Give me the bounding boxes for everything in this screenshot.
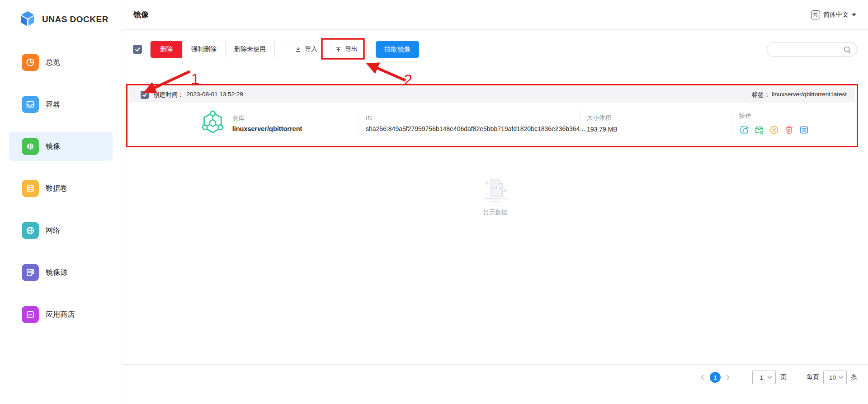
sidebar-item-volumes[interactable]: 数据卷 [9, 174, 113, 203]
image-row-body: 仓库 linuxserver/qbittorrent ID sha256:849… [129, 103, 855, 144]
trash-icon[interactable] [784, 125, 794, 135]
toolbar: 删除 强制删除 删除未使用 导入 导出 拉取镜像 [123, 40, 868, 58]
size-label: 大小体积 [587, 114, 732, 122]
actions-label: 操作 [739, 112, 855, 120]
per-page-unit-label: 条 [851, 373, 857, 381]
no-data-text: 暂无数据 [483, 208, 508, 216]
app-logo: UNAS DOCKER [0, 0, 122, 29]
pull-image-button[interactable]: 拉取镜像 [376, 41, 419, 58]
size-column: 大小体积 193.79 MB [580, 110, 732, 137]
size-value: 193.79 MB [587, 126, 732, 133]
image-row-card: 创建时间：2023-08-01 13:52:29 标签：linuxserver/… [129, 87, 855, 144]
chevron-down-icon [852, 14, 856, 16]
sidebar-item-label: 网络 [46, 226, 60, 235]
chevron-left-icon [700, 374, 705, 381]
container-icon [22, 96, 39, 113]
sidebar-item-overview[interactable]: 总览 [9, 48, 113, 77]
empty-state: 暂无数据 [123, 176, 868, 216]
row-checkbox[interactable] [141, 91, 149, 99]
unas-docker-logo-icon [19, 10, 36, 29]
sidebar-item-label: 镜像源 [46, 268, 67, 277]
appstore-icon [22, 306, 39, 323]
id-column: ID sha256:849a5f27959756b148e406daf82e5b… [358, 110, 580, 137]
actions-column: 操作 [732, 110, 855, 137]
sidebar-item-label: 数据卷 [46, 184, 67, 193]
page-unit-label: 页 [780, 373, 787, 381]
sidebar-item-label: 镜像 [46, 142, 60, 151]
brand-name: UNAS DOCKER [42, 14, 108, 24]
package-add-icon[interactable] [754, 125, 764, 135]
repo-column: 仓库 linuxserver/qbittorrent [129, 110, 358, 137]
id-label: ID [366, 115, 580, 122]
chevron-down-icon [838, 376, 843, 379]
search-box [767, 42, 857, 57]
next-page-button[interactable] [725, 374, 731, 381]
sidebar-item-network[interactable]: 网络 [9, 216, 113, 245]
search-icon [843, 46, 852, 54]
delete-button-group: 删除 强制删除 删除未使用 [150, 41, 275, 58]
import-export-group: 导入 导出 [286, 41, 367, 58]
export-button[interactable]: 导出 [326, 41, 366, 58]
repository-hexagon-icon [200, 110, 226, 137]
detail-list-icon[interactable] [799, 125, 809, 135]
network-icon [22, 222, 39, 239]
actions-row [739, 125, 855, 135]
select-all-checkbox[interactable] [133, 45, 142, 54]
import-button[interactable]: 导入 [286, 41, 326, 58]
chevron-right-icon [725, 374, 731, 381]
delete-unused-button[interactable]: 删除未使用 [225, 41, 274, 58]
repo-label: 仓库 [232, 114, 302, 122]
export-image-icon[interactable] [739, 125, 750, 135]
topbar: 镜像 简 简体中文 [123, 0, 868, 30]
language-selector[interactable]: 简 简体中文 [811, 10, 856, 19]
no-data-icon [482, 176, 509, 204]
repo-value: linuxserver/qbittorrent [232, 125, 302, 132]
pagination-bar: 1 1 页 每页 10 条 [123, 364, 868, 384]
sidebar-item-appstore[interactable]: 应用商店 [9, 300, 113, 329]
id-value[interactable]: sha256:849a5f27959756b148e406daf82e5bbb7… [366, 125, 580, 132]
page-title: 镜像 [133, 9, 149, 20]
overview-icon [22, 54, 39, 71]
sidebar-item-label: 容器 [46, 100, 60, 109]
volume-icon [22, 180, 39, 197]
download-icon [295, 46, 302, 53]
main-area: 镜像 简 简体中文 删除 强制删除 删除未使用 导入 导出 拉取镜像 [123, 0, 868, 404]
sidebar-item-registries[interactable]: 镜像源 [9, 258, 113, 287]
force-delete-button[interactable]: 强制删除 [182, 41, 225, 58]
annotation-box-image-row: 创建时间：2023-08-01 13:52:29 标签：linuxserver/… [126, 84, 858, 147]
created-time: 创建时间：2023-08-01 13:52:29 [153, 91, 243, 99]
image-icon [22, 138, 39, 155]
sidebar-nav: 总览 容器 镜像 [0, 48, 122, 329]
sidebar: UNAS DOCKER 总览 容器 [0, 0, 122, 404]
sidebar-item-label: 应用商店 [46, 310, 75, 319]
upload-icon [335, 46, 342, 53]
per-page-label: 每页 [807, 373, 819, 381]
delete-button[interactable]: 删除 [151, 41, 182, 58]
language-badge-icon: 简 [811, 10, 820, 19]
page-select[interactable]: 1 [752, 371, 776, 384]
image-row-header: 创建时间：2023-08-01 13:52:29 标签：linuxserver/… [129, 87, 855, 103]
chevron-down-icon [767, 376, 772, 379]
sidebar-item-images[interactable]: 镜像 [9, 132, 113, 161]
sidebar-item-label: 总览 [46, 58, 60, 67]
registry-icon [22, 264, 39, 281]
per-page-select[interactable]: 10 [823, 371, 847, 384]
image-tag: 标签：linuxserver/qbittorrent:latest [752, 91, 847, 99]
prev-page-button[interactable] [700, 374, 705, 381]
cancel-circle-icon[interactable] [769, 125, 779, 135]
sidebar-item-containers[interactable]: 容器 [9, 90, 113, 119]
page-number-button[interactable]: 1 [710, 372, 721, 383]
language-label: 简体中文 [823, 11, 849, 19]
